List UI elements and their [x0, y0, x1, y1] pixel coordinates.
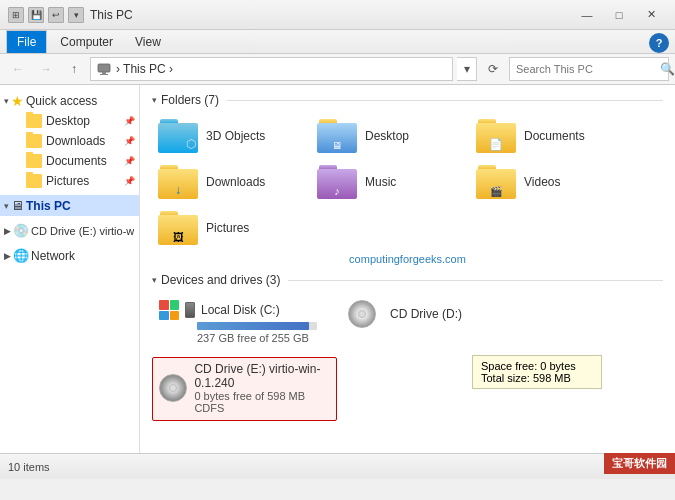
folder-item-music[interactable]: ♪ Music — [311, 161, 466, 203]
cd-e-icon — [159, 374, 187, 402]
folders-header-label: Folders (7) — [161, 93, 219, 107]
drive-c-bar-bg — [197, 322, 317, 330]
documents-folder-icon — [26, 154, 42, 168]
search-box[interactable]: 🔍 — [509, 57, 669, 81]
folder-name-music: Music — [365, 175, 396, 189]
tab-computer[interactable]: Computer — [49, 30, 124, 53]
address-path[interactable]: › This PC › — [90, 57, 453, 81]
folder-icon-documents: 📄 — [476, 119, 516, 153]
drive-item-d[interactable]: CD Drive (D:) — [341, 295, 526, 349]
hdd-body — [185, 302, 195, 318]
folder-item-videos[interactable]: 🎬 Videos — [470, 161, 625, 203]
downloads-folder-icon — [26, 134, 42, 148]
folder-icon-3d-objects: ⬡ — [158, 119, 198, 153]
quick-access-section[interactable]: ▾ ★ Quick access — [0, 89, 139, 111]
pictures-label: Pictures — [46, 174, 89, 188]
folder-item-pictures[interactable]: 🖼 Pictures — [152, 207, 307, 249]
sidebar-cd-drive[interactable]: ▶ 💿 CD Drive (E:) virtio-w — [0, 220, 139, 241]
items-count: 10 items — [8, 461, 50, 473]
folder-name-videos: Videos — [524, 175, 560, 189]
forward-button[interactable]: → — [34, 57, 58, 81]
address-dropdown[interactable]: ▾ — [457, 57, 477, 81]
drive-d-header: CD Drive (D:) — [348, 300, 519, 328]
this-pc-label: This PC — [26, 199, 71, 213]
pin-icon-pictures: 📌 — [124, 176, 135, 186]
sidebar-item-documents[interactable]: Documents 📌 — [18, 151, 139, 171]
desktop-label: Desktop — [46, 114, 90, 128]
cd-d-icon — [348, 300, 376, 328]
tab-file[interactable]: File — [6, 30, 47, 53]
devices-divider — [288, 280, 663, 281]
minimize-button[interactable]: — — [571, 0, 603, 30]
sidebar-quick-access-items: Desktop 📌 Downloads 📌 Documents 📌 Pictur… — [0, 111, 139, 191]
folder-item-3d-objects[interactable]: ⬡ 3D Objects — [152, 115, 307, 157]
save-icon[interactable]: 💾 — [28, 7, 44, 23]
cd-drive-arrow: ▶ — [4, 226, 11, 236]
search-icon[interactable]: 🔍 — [660, 57, 675, 81]
drive-item-e[interactable]: CD Drive (E:) virtio-win-0.1.240 0 bytes… — [152, 357, 337, 421]
folders-section-header[interactable]: ▾ Folders (7) — [152, 93, 663, 107]
quick-access-star-icon: ★ — [11, 93, 24, 109]
title-bar: ⊞ 💾 ↩ ▾ This PC — □ ✕ — [0, 0, 675, 30]
drive-e-icon — [159, 374, 188, 402]
drive-c-icon — [159, 300, 195, 320]
maximize-button[interactable]: □ — [603, 0, 635, 30]
sidebar-item-pictures[interactable]: Pictures 📌 — [18, 171, 139, 191]
folder-name-3d-objects: 3D Objects — [206, 129, 265, 143]
folder-name-desktop: Desktop — [365, 129, 409, 143]
undo-icon[interactable]: ↩ — [48, 7, 64, 23]
network-arrow: ▶ — [4, 251, 11, 261]
folder-item-desktop[interactable]: 🖥 Desktop — [311, 115, 466, 157]
svg-rect-1 — [102, 72, 106, 74]
brand-badge: 宝哥软件园 — [604, 453, 675, 474]
sidebar-item-desktop[interactable]: Desktop 📌 — [18, 111, 139, 131]
refresh-button[interactable]: ⟳ — [481, 57, 505, 81]
folder-icon-music: ♪ — [317, 165, 357, 199]
folder-icon-videos: 🎬 — [476, 165, 516, 199]
this-pc-arrow: ▾ — [4, 201, 9, 211]
folder-icon-downloads: ↓ — [158, 165, 198, 199]
pc-path-icon — [97, 63, 113, 75]
drive-c-bar-container — [197, 322, 330, 330]
search-input[interactable] — [510, 63, 660, 75]
quick-access-toolbar-icon: ⊞ — [8, 7, 24, 23]
sidebar-this-pc[interactable]: ▾ 🖥 This PC — [0, 195, 139, 216]
devices-header-label: Devices and drives (3) — [161, 273, 280, 287]
title-bar-icons: ⊞ 💾 ↩ ▾ — [8, 7, 84, 23]
close-button[interactable]: ✕ — [635, 0, 667, 30]
drive-e-header: CD Drive (E:) virtio-win-0.1.240 0 bytes… — [159, 362, 330, 414]
svg-rect-2 — [100, 74, 108, 75]
main-area: ▾ ★ Quick access Desktop 📌 Downloads 📌 D… — [0, 85, 675, 453]
drive-e-fs: CDFS — [194, 402, 330, 414]
pin-icon-downloads: 📌 — [124, 136, 135, 146]
tab-view[interactable]: View — [124, 30, 172, 53]
quick-access-label: Quick access — [26, 94, 97, 108]
drive-item-c[interactable]: Local Disk (C:) 237 GB free of 255 GB — [152, 295, 337, 349]
downloads-label: Downloads — [46, 134, 105, 148]
devices-grid: Local Disk (C:) 237 GB free of 255 GB CD… — [152, 295, 663, 421]
folder-item-documents[interactable]: 📄 Documents — [470, 115, 625, 157]
window-title: This PC — [90, 8, 571, 22]
path-text: › This PC › — [116, 62, 173, 76]
watermark: computingforgeeks.com — [152, 253, 663, 265]
folders-chevron: ▾ — [152, 95, 157, 105]
back-button[interactable]: ← — [6, 57, 30, 81]
devices-section-header[interactable]: ▾ Devices and drives (3) — [152, 273, 663, 287]
dropdown-icon[interactable]: ▾ — [68, 7, 84, 23]
sidebar-item-downloads[interactable]: Downloads 📌 — [18, 131, 139, 151]
folder-icon-pictures: 🖼 — [158, 211, 198, 245]
sidebar-network[interactable]: ▶ 🌐 Network — [0, 245, 139, 266]
up-button[interactable]: ↑ — [62, 57, 86, 81]
this-pc-monitor-icon: 🖥 — [11, 198, 24, 213]
content-area: ▾ Folders (7) ⬡ 3D Objects 🖥 Desktop — [140, 85, 675, 453]
pictures-folder-icon — [26, 174, 42, 188]
documents-label: Documents — [46, 154, 107, 168]
help-button[interactable]: ? — [649, 33, 669, 53]
folder-item-downloads[interactable]: ↓ Downloads — [152, 161, 307, 203]
drive-c-name: Local Disk (C:) — [201, 303, 280, 317]
folder-name-pictures: Pictures — [206, 221, 249, 235]
tooltip-total-size: Total size: 598 MB — [481, 372, 593, 384]
drive-e-name: CD Drive (E:) virtio-win-0.1.240 — [194, 362, 330, 390]
ribbon: File Computer View ? — [0, 30, 675, 54]
drive-c-header: Local Disk (C:) — [159, 300, 330, 320]
